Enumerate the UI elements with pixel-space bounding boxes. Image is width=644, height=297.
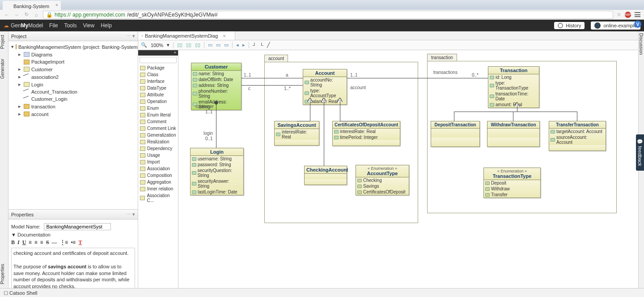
ol-icon[interactable]: ⋮≡ <box>60 239 68 246</box>
zoom-out-icon[interactable]: 🔍 <box>141 42 147 48</box>
palette-collapse[interactable]: « <box>138 50 178 56</box>
enum-transactiontype[interactable]: « Enumeration »TransactionType DepositWi… <box>483 168 541 198</box>
menu-tools[interactable]: Tools <box>64 22 76 29</box>
class-withdrawtransaction[interactable]: WithdrawTransaction <box>487 121 540 147</box>
forward-icon[interactable]: → <box>13 12 20 18</box>
gen-savings[interactable] <box>310 100 310 121</box>
menu-help[interactable]: Help <box>101 22 112 29</box>
palette-item[interactable]: Comment <box>138 118 178 125</box>
gen-checking[interactable] <box>324 100 324 166</box>
palette-item[interactable]: Interface <box>138 78 178 85</box>
palette-item[interactable]: Operation <box>138 98 178 105</box>
url-bar[interactable]: 🔒 https://app.genmymodel.com/edit/_skOyA… <box>43 11 613 19</box>
enum-accounttype[interactable]: « Enumeration »AccountType CheckingSavin… <box>356 165 409 195</box>
menu-view[interactable]: View <box>83 22 94 29</box>
class-login[interactable]: Login username: Stringpassword: Stringse… <box>190 148 244 195</box>
class-certificates[interactable]: CertificatesOfDepositAccount interestRat… <box>332 121 400 146</box>
palette-item[interactable]: Association C... <box>138 192 178 204</box>
palette-item[interactable]: Usage <box>138 152 178 159</box>
tree-row[interactable]: PackageImport <box>10 58 136 65</box>
palette-item[interactable]: Dependency <box>138 145 178 152</box>
validation-badge[interactable]: V <box>634 21 641 28</box>
color-button[interactable]: T <box>78 239 82 246</box>
brand-logo[interactable]: ☁ GenMyModel <box>4 22 43 29</box>
gen-deposit[interactable] <box>454 112 454 121</box>
palette-item[interactable]: Import <box>138 159 178 165</box>
history-button[interactable]: History <box>554 22 585 29</box>
status-bar[interactable]: ▢ Catsoo Shell <box>0 288 644 297</box>
tree-row[interactable]: ▸account <box>10 110 136 118</box>
align-right-icon[interactable]: ≡ <box>40 239 43 246</box>
align-right-icon[interactable]: ▯▯ <box>195 42 200 48</box>
underline-button[interactable]: U <box>22 239 26 246</box>
palette-item[interactable]: Package <box>138 65 178 71</box>
palette-item[interactable]: Inner relation <box>138 185 178 192</box>
align-hcenter-icon[interactable]: ▯▯ <box>186 42 191 48</box>
rail-properties[interactable]: Properties <box>0 262 8 286</box>
align-top-icon[interactable]: ▭ <box>208 42 212 48</box>
assoc-customer-login[interactable] <box>216 103 216 148</box>
strike-button[interactable]: S <box>46 239 49 246</box>
align-vcenter-icon[interactable]: ▭ <box>216 42 220 48</box>
rail-generator[interactable]: Generator <box>0 57 8 81</box>
abp-icon[interactable]: ABP <box>625 12 631 18</box>
palette-item[interactable]: Attribute <box>138 91 178 98</box>
class-deposittransaction[interactable]: DepositTransaction <box>431 121 480 147</box>
gen-rail[interactable] <box>454 112 577 112</box>
bold-button[interactable]: B <box>11 239 15 246</box>
close-icon[interactable]: × <box>55 2 58 8</box>
ul-icon[interactable]: •≡ <box>71 239 76 246</box>
align-center-icon[interactable]: ≡ <box>34 239 38 246</box>
tree-row[interactable]: ▸Login <box>10 81 136 88</box>
menu-icon[interactable] <box>635 12 640 17</box>
user-button[interactable]: online-example <box>591 22 640 30</box>
panel-options-icon[interactable]: ⋯ ▾ <box>126 211 135 217</box>
class-transfertransaction[interactable]: TransferTransaction targetAccount: Accou… <box>549 121 606 151</box>
diagram-canvas[interactable]: account transaction Customer name: Strin… <box>178 50 638 297</box>
menu-file[interactable]: File <box>49 22 58 29</box>
line-icon[interactable]: ╱ <box>267 42 270 48</box>
align-left-icon[interactable]: ≡ <box>29 239 32 246</box>
zoom-dropdown-icon[interactable]: ▾ <box>167 42 169 48</box>
hr-button[interactable]: — <box>52 239 57 246</box>
home-icon[interactable]: ⌂ <box>33 12 39 18</box>
tree-row[interactable]: ▸Customer <box>10 65 136 73</box>
router-icon[interactable]: ┘ <box>253 43 256 48</box>
palette-item[interactable]: Composition <box>138 172 178 179</box>
italic-button[interactable]: I <box>17 239 20 246</box>
browser-tab[interactable]: Banking-System × <box>3 1 61 10</box>
router2-icon[interactable]: └ <box>260 43 263 48</box>
bookmark-icon[interactable]: ☆ <box>617 12 621 17</box>
rail-project[interactable]: Project <box>0 33 8 51</box>
class-checkingaccount[interactable]: CheckingAccount <box>304 166 347 185</box>
class-savingsaccount[interactable]: SavingsAccount interestRate: Real <box>274 121 319 146</box>
feedback-tab[interactable]: 💬 feedback <box>636 134 644 171</box>
panel-options-icon[interactable]: ⋯ ▾ <box>126 33 135 39</box>
assoc-customer-account-2[interactable] <box>242 85 303 86</box>
rail-discussion[interactable]: Discussion <box>639 31 644 56</box>
reload-icon[interactable]: ↻ <box>23 12 30 18</box>
tree-row[interactable]: Customer_Login <box>10 95 136 103</box>
back-icon[interactable]: ← <box>4 12 10 18</box>
palette-item[interactable]: Comment Link <box>138 125 178 132</box>
palette-item[interactable]: DataType <box>138 85 178 91</box>
palette-item[interactable]: Enum <box>138 105 178 112</box>
palette-item[interactable]: Class <box>138 71 178 78</box>
redo-icon[interactable]: ▸ <box>242 42 245 48</box>
palette-item[interactable]: Aggregation <box>138 179 178 185</box>
tree-row[interactable]: Account_Transaction <box>10 88 136 95</box>
tree-row[interactable]: ▸transaction <box>10 103 136 110</box>
gen-transfer[interactable] <box>577 112 577 121</box>
palette-item[interactable]: Association <box>138 165 178 172</box>
align-left-icon[interactable]: ▯▯ <box>177 42 182 48</box>
close-icon[interactable]: × <box>223 33 225 39</box>
align-bottom-icon[interactable]: ▭ <box>224 42 229 48</box>
project-tree[interactable]: ▾BankingManagementSystem (project: Banki… <box>8 41 138 209</box>
gen-withdraw[interactable] <box>513 112 513 121</box>
undo-icon[interactable]: ◂ <box>236 42 239 48</box>
model-name-field[interactable] <box>44 223 111 230</box>
zoom-level[interactable]: 100% <box>151 43 163 48</box>
tree-row[interactable]: ▸Diagrams <box>10 51 136 58</box>
assoc-customer-account[interactable] <box>242 78 303 78</box>
documentation-header[interactable]: ▼ Documentation <box>11 232 135 237</box>
